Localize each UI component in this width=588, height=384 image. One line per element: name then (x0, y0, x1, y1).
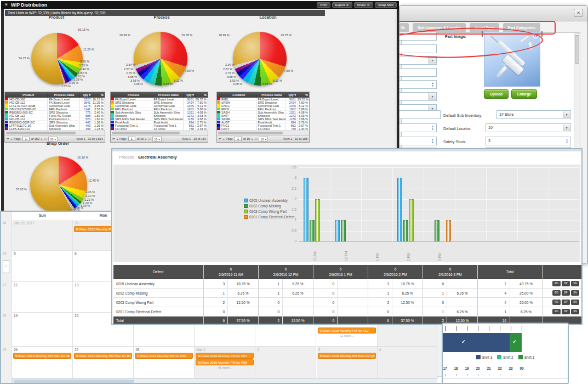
export-button[interactable]: Export⚙ (332, 2, 352, 8)
qty-link[interactable]: 445 (80, 121, 92, 123)
row-action-rd-button[interactable]: RD (552, 300, 561, 305)
col-header-qty[interactable]: Qty ▾ (80, 92, 92, 98)
col-header-date[interactable]: 62/6/2016 11 AM (204, 265, 259, 279)
col-header-date[interactable]: 62/6/2016 12 PM (259, 265, 313, 279)
col-header-pct[interactable]: % (92, 92, 105, 98)
print-button[interactable]: Print (317, 2, 330, 8)
calendar-day-cell[interactable]: 288:00am 2016 Monthly PM for R56 (134, 347, 195, 379)
qty-link[interactable]: 5223 (80, 98, 92, 100)
calendar-day-cell[interactable]: 38:00am 2016 Monthly PM Plan for Q5 (317, 347, 378, 379)
close-icon[interactable]: ✕ (574, 9, 583, 17)
col-header-pct[interactable]: % (196, 92, 208, 98)
qty-link[interactable]: 894 (286, 121, 297, 123)
col-header-name[interactable]: Location (220, 92, 257, 98)
snap-shot-button[interactable]: Snap Shot (375, 2, 397, 8)
col-header-process[interactable]: Process name (48, 92, 80, 98)
calendar-event[interactable]: 9:00am 2016 Monthly PM Plan for 3F H2 (13, 353, 71, 359)
pager-last-icon[interactable]: ⏭ (44, 137, 47, 141)
qty-link[interactable]: 9631 (286, 98, 297, 100)
pager-prev-icon[interactable]: ◂ (223, 137, 225, 140)
row-action-dp-button[interactable]: DP (562, 290, 570, 296)
left-field-select[interactable]: ▾ (399, 92, 437, 101)
row-action-sn-button[interactable]: SN (571, 300, 579, 305)
col-header-name[interactable]: Process (114, 92, 152, 98)
calendar-day-cell[interactable]: 269:00am 2016 Monthly PM Plan for 3F H2 (12, 347, 73, 379)
qty-link[interactable]: 403 (80, 124, 92, 127)
qty-link[interactable]: 1902 (286, 108, 297, 110)
qty-link[interactable]: 1189 (184, 117, 196, 120)
qty-link[interactable]: 1272 (184, 114, 196, 117)
calendar-day-cell[interactable]: 12 (12, 282, 73, 313)
calendar-day-cell[interactable]: 279:00am 2016 Monthly PM Plan for R13 (73, 347, 134, 379)
qty-link[interactable]: 395 (80, 127, 92, 130)
qty-link[interactable]: 775 (80, 111, 92, 114)
pager-prev-icon[interactable]: ◂ (117, 137, 118, 140)
qty-link[interactable]: 588 (80, 114, 92, 117)
qty-link[interactable]: 9631 (184, 98, 196, 100)
calendar-day-cell[interactable]: 4 (378, 347, 438, 379)
row-action-dp-button[interactable]: DP (562, 309, 570, 314)
page-size-select[interactable]: 10▾ (152, 137, 162, 142)
left-field-wide[interactable] (399, 110, 441, 119)
scrollbar-thumb[interactable] (6, 132, 76, 134)
col-header-date[interactable]: 62/6/2016 3 PM (423, 265, 478, 279)
calendar-event[interactable]: 8:00am 2016 Monthly PM for R57 (196, 353, 254, 359)
qty-link[interactable]: 1902 (184, 108, 196, 110)
pager-first-icon[interactable]: ⏮ (112, 137, 115, 141)
left-field-spinner[interactable]: ▲ ▼ (399, 123, 437, 132)
col-header-process[interactable]: Process name (257, 92, 287, 98)
caret-down-icon[interactable]: ▾ (563, 125, 570, 131)
calendar-horizontal-scrollbar[interactable] (12, 379, 437, 384)
upload-button[interactable]: Upload (484, 89, 509, 99)
calendar-event[interactable]: 8:00am 2016 Monthly PM for R56 (135, 353, 193, 359)
qty-link[interactable]: 3641 (80, 101, 92, 104)
qty-link[interactable]: 1189 (286, 117, 297, 120)
pager-first-icon[interactable]: ⏮ (219, 137, 221, 141)
row-action-sn-button[interactable]: SN (571, 290, 579, 296)
col-header-date[interactable]: 62/6/2016 1 PM (313, 265, 368, 279)
qty-link[interactable]: 2424 (184, 101, 196, 104)
row-action-dp-button[interactable]: DP (562, 281, 570, 286)
qty-link[interactable]: 1321 (286, 111, 297, 114)
row-action-sn-button[interactable]: SN (571, 309, 579, 314)
calendar-event[interactable]: 8:00am 2016 Monthly PM Plan for Q5 (318, 353, 376, 359)
col-header-total[interactable]: Total (478, 265, 543, 279)
field-spinner[interactable]: 3▲ ▼ (486, 137, 571, 145)
qty-link[interactable]: 523 (80, 117, 92, 120)
spinner-arrows-icon[interactable]: ▲ ▼ (430, 81, 435, 88)
page-size-select[interactable]: 10▾ (259, 137, 268, 142)
caret-down-icon[interactable]: ▾ (429, 93, 436, 100)
calendar-event[interactable]: 9:00am 2016 Monthly PM Plan for R13 (74, 353, 132, 359)
qty-link[interactable]: 1141 (80, 108, 92, 110)
field-select[interactable]: 10▾ (486, 123, 571, 132)
pager-next-icon[interactable]: ▸ (145, 137, 147, 140)
shift-segment-shift-1[interactable]: ✔ (510, 333, 522, 352)
scrollbar-thumb[interactable] (14, 380, 134, 383)
gear-icon[interactable]: ⚙ (367, 3, 370, 8)
qty-link[interactable]: 862 (184, 124, 196, 127)
row-action-rd-button[interactable]: RD (552, 309, 561, 314)
calendar-day-cell[interactable]: Jan 29, 2017 (12, 220, 73, 251)
qty-link[interactable]: 2424 (286, 101, 297, 104)
scrollbar-thumb[interactable] (112, 132, 180, 134)
left-field-input[interactable] (399, 68, 437, 77)
qty-link[interactable]: 1976 (184, 104, 196, 107)
calendar-event[interactable]: 8:00am 2016 Monthly PM for R58 (196, 359, 254, 365)
spinner-arrows-icon[interactable]: ▲ ▼ (430, 125, 435, 132)
pager-last-icon[interactable]: ⏭ (255, 137, 258, 141)
calendar-event[interactable]: 9:00am 2016 Monthly PM for A12 (318, 327, 376, 334)
scrollbar-thumb[interactable] (575, 35, 579, 64)
col-header-name[interactable]: Product (8, 92, 48, 98)
spinner-arrows-icon[interactable]: ▲ ▼ (430, 138, 435, 145)
pager-first-icon[interactable]: ⏮ (7, 137, 9, 141)
scrollbar-thumb[interactable] (218, 132, 283, 134)
row-action-rd-button[interactable]: RD (552, 281, 561, 286)
qty-link[interactable]: 1272 (286, 114, 297, 117)
calendar-day-cell[interactable]: 5 (12, 251, 73, 282)
qty-link[interactable]: 758 (184, 127, 196, 130)
qty-link[interactable]: 758 (286, 127, 297, 130)
pager-next-icon[interactable]: ▸ (41, 137, 43, 140)
caret-down-icon[interactable]: ▾ (563, 111, 570, 118)
left-field-spinner[interactable]: ▲ ▼ (399, 80, 437, 89)
enlarge-button[interactable]: Enlarge (511, 89, 537, 99)
